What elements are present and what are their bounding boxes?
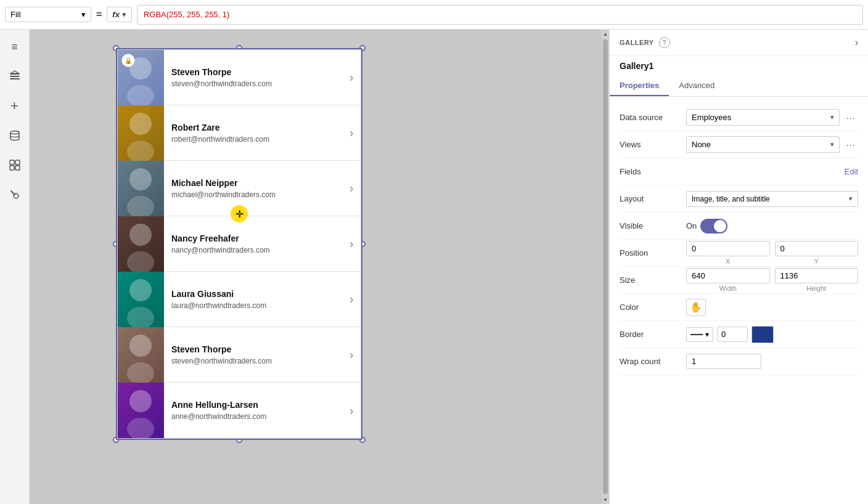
item-photo <box>118 105 164 161</box>
color-control: ✋ <box>686 299 858 316</box>
item-info: Steven Thorpesteven@northwindtraders.com <box>164 344 342 365</box>
layout-dropdown[interactable]: Image, title, and subtitle ▾ <box>686 191 858 207</box>
border-color-swatch[interactable] <box>751 326 774 343</box>
item-email: robert@northwindtraders.com <box>171 135 335 144</box>
gallery-item[interactable]: Robert Zarerobert@northwindtraders.com› <box>118 105 361 161</box>
item-email: michael@northwindtraders.com <box>171 190 335 199</box>
color-swatch[interactable]: ✋ <box>686 299 706 316</box>
fields-edit-link[interactable]: Edit <box>845 167 858 176</box>
size-control: Width Height <box>686 268 858 292</box>
views-chevron-icon: ▾ <box>830 140 834 148</box>
wrap-count-control <box>686 354 858 369</box>
panel-expand-button[interactable]: › <box>855 37 858 48</box>
gallery-item[interactable]: Anne Hellung-Larsenanne@northwindtraders… <box>118 383 361 438</box>
position-y-input[interactable] <box>775 241 859 256</box>
data-source-more-button[interactable]: ··· <box>843 110 858 125</box>
tools-icon[interactable] <box>5 185 25 205</box>
svg-line-11 <box>14 194 15 195</box>
position-x-input[interactable] <box>686 241 770 256</box>
data-source-dropdown[interactable]: Employees ▾ <box>686 109 840 126</box>
item-chevron-icon: › <box>342 181 361 195</box>
item-chevron-icon: › <box>342 348 361 362</box>
fx-button[interactable]: fx ▾ <box>107 7 132 22</box>
item-email: nancy@northwindtraders.com <box>171 246 335 254</box>
size-width-input[interactable] <box>686 268 770 283</box>
svg-point-17 <box>127 196 154 216</box>
color-row: Color ✋ <box>620 294 858 321</box>
border-label: Border <box>620 330 681 339</box>
visible-toggle[interactable] <box>700 219 727 234</box>
lock-badge: 🔒 <box>121 54 135 67</box>
gallery-item[interactable]: 🔒 Steven Thorpesteven@northwindtraders.c… <box>118 50 361 105</box>
views-dropdown[interactable]: None ▾ <box>686 136 840 153</box>
item-info: Robert Zarerobert@northwindtraders.com <box>164 123 342 144</box>
equals-sign: = <box>96 9 102 20</box>
item-chevron-icon: › <box>342 404 361 418</box>
views-more-button[interactable]: ··· <box>843 137 858 152</box>
position-y-label: Y <box>775 258 859 265</box>
fields-label: Fields <box>620 167 681 176</box>
item-info: Michael Neippermichael@northwindtraders.… <box>164 178 342 199</box>
right-panel: GALLERY ? › Gallery1 Properties Advanced… <box>609 30 868 504</box>
gallery-widget[interactable]: 🔒 Steven Thorpesteven@northwindtraders.c… <box>116 48 362 440</box>
item-name: Steven Thorpe <box>171 67 335 77</box>
item-chevron-icon: › <box>342 292 361 306</box>
fill-dropdown[interactable]: Fill ▾ <box>5 7 91 22</box>
fill-chevron-icon: ▾ <box>81 10 86 19</box>
scroll-up-arrow[interactable]: ▲ <box>602 30 609 38</box>
border-row: Border ▾ <box>620 321 858 348</box>
formula-bar[interactable]: RGBA(255, 255, 255, 1) <box>137 5 863 25</box>
panel-header: GALLERY ? › <box>610 30 868 56</box>
scrollbar-right[interactable]: ▲ ▼ <box>602 30 609 504</box>
size-height-input[interactable] <box>775 268 859 283</box>
gallery-item[interactable]: Nancy Freehafernancy@northwindtraders.co… <box>118 216 361 272</box>
border-style-dropdown[interactable]: ▾ <box>686 327 713 342</box>
layout-row: Layout Image, title, and subtitle ▾ <box>620 185 858 213</box>
visible-on-label: On <box>686 221 697 230</box>
size-label: Size <box>620 275 681 285</box>
tab-advanced[interactable]: Advanced <box>669 76 724 96</box>
main-content: ≡ + <box>0 30 868 504</box>
item-name: Nancy Freehafer <box>171 234 335 243</box>
data-source-value: Employees <box>692 113 731 122</box>
gallery-item[interactable]: Steven Thorpesteven@northwindtraders.com… <box>118 327 361 383</box>
visible-label: Visible <box>620 221 681 230</box>
fx-chevron-icon: ▾ <box>122 10 126 19</box>
gallery-item[interactable]: Laura Giussanilaura@northwindtraders.com… <box>118 272 361 327</box>
panel-title: GALLERY <box>620 39 654 46</box>
item-name: Michael Neipper <box>171 178 335 188</box>
layout-chevron-icon: ▾ <box>849 195 853 203</box>
svg-point-24 <box>129 390 152 412</box>
component-name: Gallery1 <box>610 56 868 71</box>
tab-properties[interactable]: Properties <box>610 76 669 96</box>
panel-body: Data source Employees ▾ ··· Views None ▾ <box>610 97 868 383</box>
svg-point-22 <box>129 335 152 357</box>
svg-point-19 <box>127 251 154 272</box>
component-icon[interactable] <box>5 155 25 175</box>
fields-row: Fields Edit <box>620 158 858 185</box>
border-control: ▾ <box>686 326 858 343</box>
item-info: Laura Giussanilaura@northwindtraders.com <box>164 289 342 310</box>
svg-rect-8 <box>15 166 20 170</box>
item-photo <box>118 383 164 438</box>
svg-point-15 <box>127 140 154 161</box>
border-width-input[interactable] <box>717 327 748 342</box>
svg-point-18 <box>129 224 152 246</box>
color-label: Color <box>620 303 681 312</box>
hamburger-icon[interactable]: ≡ <box>5 37 25 57</box>
item-name: Laura Giussani <box>171 289 335 299</box>
database-icon[interactable] <box>5 126 25 145</box>
canvas-area[interactable]: 🔒 Steven Thorpesteven@northwindtraders.c… <box>30 30 609 504</box>
gallery-list[interactable]: 🔒 Steven Thorpesteven@northwindtraders.c… <box>117 49 361 439</box>
move-cursor-icon: ✛ <box>231 205 248 222</box>
item-photo <box>118 327 164 383</box>
size-width-label: Width <box>686 285 770 292</box>
data-source-control: Employees ▾ ··· <box>686 109 858 126</box>
add-icon[interactable]: + <box>5 96 25 116</box>
panel-help-icon[interactable]: ? <box>659 37 670 48</box>
scroll-thumb[interactable] <box>603 39 608 494</box>
layers-icon[interactable] <box>5 67 25 86</box>
wrap-count-input[interactable] <box>686 354 761 369</box>
scroll-down-arrow[interactable]: ▼ <box>602 495 609 504</box>
svg-rect-5 <box>10 160 14 165</box>
